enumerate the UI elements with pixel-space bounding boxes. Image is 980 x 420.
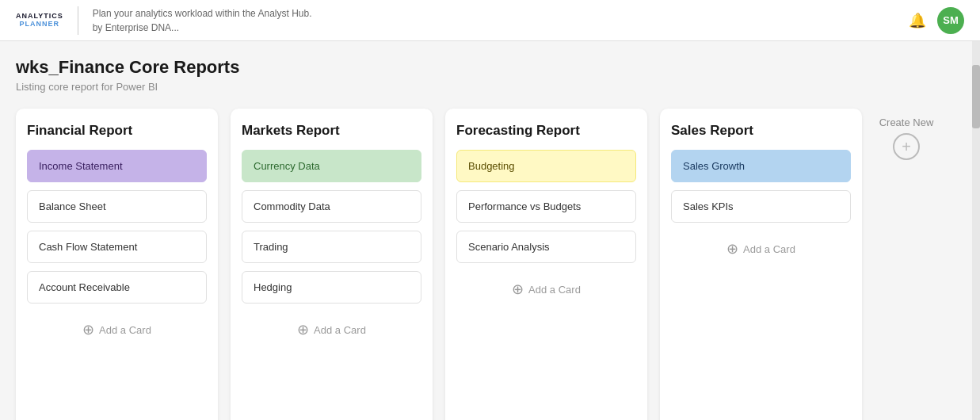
tagline-line2: by Enterprise DNA... [93,21,312,35]
create-new-button[interactable]: + [893,133,920,160]
add-card-financial[interactable]: ⊕ Add a Card [27,315,207,345]
create-new-section: Create New + [875,109,938,160]
card-cash-flow-statement[interactable]: Cash Flow Statement [27,231,207,263]
page-title: wks_Finance Core Reports [16,57,956,78]
card-budgeting[interactable]: Budgeting [456,150,636,182]
board-title-financial: Financial Report [27,123,207,139]
header-right: 🔔 SM [909,7,964,34]
logo-bottom: PLANNER [20,21,60,29]
add-circle-icon-forecasting: ⊕ [512,281,524,298]
board-forecasting: Forecasting Report Budgeting Performance… [445,109,647,420]
header-tagline: Plan your analytics workload within the … [93,6,312,35]
card-commodity-data[interactable]: Commodity Data [242,190,421,223]
board-financial: Financial Report Income Statement Balanc… [16,109,218,420]
add-card-forecasting[interactable]: ⊕ Add a Card [456,274,636,304]
logo: ANALYTICS PLANNER [16,13,63,29]
card-currency-data[interactable]: Currency Data [242,150,421,182]
card-balance-sheet[interactable]: Balance Sheet [27,190,207,223]
add-card-markets[interactable]: ⊕ Add a Card [242,315,421,345]
add-circle-icon: ⊕ [82,321,94,338]
card-trading[interactable]: Trading [242,231,421,263]
add-circle-icon-markets: ⊕ [297,321,309,338]
card-scenario-analysis[interactable]: Scenario Analysis [456,231,636,263]
card-sales-growth[interactable]: Sales Growth [671,150,851,182]
board-sales: Sales Report Sales Growth Sales KPIs ⊕ A… [660,109,862,420]
logo-divider [78,6,78,35]
content-area: wks_Finance Core Reports Listing core re… [0,41,972,420]
add-circle-icon-sales: ⊕ [726,240,738,258]
scrollbar-track [972,41,980,420]
add-card-label-forecasting: Add a Card [528,284,581,296]
page-subtitle: Listing core report for Power BI [16,81,956,93]
add-card-sales[interactable]: ⊕ Add a Card [671,234,851,264]
add-card-label-markets: Add a Card [314,324,366,336]
card-account-receivable[interactable]: Account Receivable [27,271,207,304]
board-title-sales: Sales Report [671,123,851,139]
board-title-forecasting: Forecasting Report [456,123,636,139]
add-card-label-financial: Add a Card [99,324,151,336]
header: ANALYTICS PLANNER Plan your analytics wo… [0,0,980,41]
card-performance-vs-budgets[interactable]: Performance vs Budgets [456,190,636,223]
board-title-markets: Markets Report [242,123,421,139]
board-markets: Markets Report Currency Data Commodity D… [231,109,433,420]
tagline-line1: Plan your analytics workload within the … [93,6,312,21]
boards-container: Financial Report Income Statement Balanc… [16,109,956,420]
card-income-statement[interactable]: Income Statement [27,150,207,182]
header-left: ANALYTICS PLANNER Plan your analytics wo… [16,6,312,35]
avatar[interactable]: SM [937,7,964,34]
main-content: wks_Finance Core Reports Listing core re… [0,41,980,420]
card-hedging[interactable]: Hedging [242,271,421,304]
add-card-label-sales: Add a Card [743,243,795,255]
create-new-label: Create New [879,116,934,128]
bell-icon[interactable]: 🔔 [909,12,926,29]
card-sales-kpis[interactable]: Sales KPIs [671,190,851,223]
scrollbar-thumb[interactable] [972,65,980,128]
